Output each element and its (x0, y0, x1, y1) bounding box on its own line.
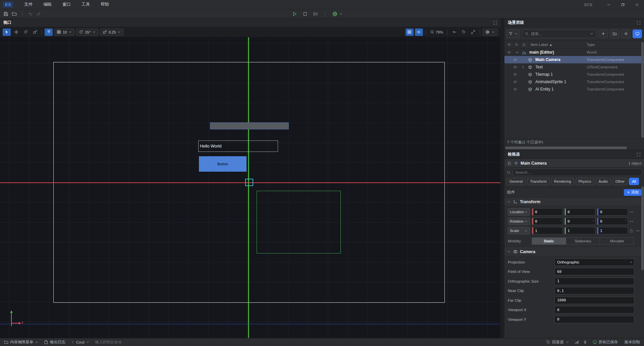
close-button[interactable] (630, 0, 644, 9)
chevron-right-icon[interactable] (521, 65, 525, 69)
column-type[interactable]: Type (587, 43, 595, 47)
eye-icon[interactable] (513, 65, 517, 69)
hierarchy-vscrollbar[interactable] (641, 42, 644, 138)
location-z-field[interactable] (597, 208, 628, 216)
inspector-search-input[interactable] (515, 170, 640, 174)
projection-value[interactable] (555, 260, 630, 264)
move-tool-button[interactable] (12, 28, 20, 36)
ortho-size-field[interactable] (554, 278, 634, 285)
menu-window[interactable]: 窗口 (58, 0, 75, 9)
scale-y-input[interactable] (566, 229, 595, 233)
stats-button[interactable] (450, 28, 458, 36)
rotation-z-field[interactable]: ° (597, 218, 628, 225)
reset-values-icon[interactable] (629, 219, 634, 224)
uniform-scale-lock-icon[interactable] (629, 229, 634, 233)
grid-snap-dropdown[interactable]: 10 (54, 28, 75, 36)
scale-z-input[interactable] (598, 229, 628, 233)
scale-y-field[interactable] (565, 227, 595, 234)
hierarchy-settings-button[interactable] (621, 30, 631, 38)
rollback-dropdown[interactable]: 回退器 (545, 340, 571, 345)
lock-icon[interactable] (507, 161, 512, 165)
hierarchy-search-input[interactable] (531, 32, 588, 36)
open-project-icon[interactable] (12, 11, 17, 16)
scale-z-field[interactable] (597, 227, 628, 234)
tilemap-bounds-rect[interactable] (257, 191, 341, 253)
save-icon[interactable] (3, 11, 8, 16)
menu-edit[interactable]: 编辑 (39, 0, 56, 9)
save-status[interactable]: 所有已保存 (591, 340, 620, 345)
rotation-y-input[interactable] (566, 219, 592, 224)
add-folder-button[interactable] (610, 30, 619, 38)
eye-icon[interactable] (507, 50, 511, 54)
zoom-level-control[interactable]: 79% (429, 28, 444, 36)
eye-icon[interactable] (513, 58, 517, 62)
tab-physics[interactable]: Physics (576, 178, 594, 185)
reset-view-button[interactable] (460, 28, 468, 36)
lock-column-icon[interactable] (522, 43, 526, 47)
location-dropdown[interactable]: Location (508, 208, 530, 216)
app-logo[interactable]: ES (3, 1, 13, 8)
viewport-y-input[interactable] (555, 317, 634, 322)
step-button[interactable] (313, 11, 318, 17)
eye-icon[interactable] (513, 72, 517, 76)
expand-panel-icon[interactable] (637, 21, 641, 25)
select-tool-button[interactable] (3, 28, 11, 36)
snap-toggle-button[interactable] (45, 28, 53, 36)
version-control-button[interactable]: 版本控制 (623, 340, 641, 345)
chevron-down-icon[interactable] (515, 51, 519, 54)
hierarchy-row-animatedsprite[interactable]: AnimatedSprite 1 TransformComponent (504, 78, 644, 85)
world-dropdown[interactable] (483, 28, 498, 36)
fov-input[interactable] (555, 270, 634, 274)
console-input[interactable]: 输入控制台命令 (94, 340, 123, 345)
rotation-dropdown[interactable]: Rotation (508, 218, 530, 225)
tab-transform[interactable]: Transform (527, 178, 550, 185)
eye-icon[interactable] (513, 80, 517, 84)
inspector-search[interactable] (513, 169, 642, 176)
display-mode-button[interactable] (633, 30, 642, 38)
maximize-button[interactable] (616, 0, 630, 9)
launch-target-dropdown[interactable] (332, 11, 343, 17)
hierarchy-row-main[interactable]: main (Editor) World (504, 49, 644, 56)
minimize-button[interactable] (602, 0, 616, 9)
location-z-input[interactable] (598, 210, 628, 214)
selection-handle[interactable] (245, 179, 253, 186)
output-log-button[interactable]: 输出日志 (43, 340, 67, 345)
add-component-button[interactable]: 添加 (624, 189, 641, 196)
hierarchy-search[interactable] (522, 30, 596, 38)
eye-column-icon[interactable] (507, 43, 511, 47)
viewport-y-field[interactable] (554, 316, 634, 323)
undo-icon[interactable] (28, 11, 33, 16)
rotation-x-field[interactable]: ° (532, 218, 563, 225)
hierarchy-row-tilemap[interactable]: Tilemap 1 TransformComponent (504, 71, 644, 78)
projection-select[interactable]: ▾ (554, 258, 634, 266)
rotate-tool-button[interactable] (21, 28, 30, 36)
content-drawer-button[interactable]: 内容侧滑菜单 (3, 340, 40, 345)
tab-general[interactable]: General (506, 178, 526, 185)
network-signal-icon[interactable] (575, 340, 579, 344)
location-y-field[interactable] (565, 208, 595, 216)
redo-icon[interactable] (36, 11, 41, 16)
microphone-icon[interactable] (583, 340, 587, 344)
scale-x-field[interactable] (532, 227, 563, 234)
viewport-x-input[interactable] (555, 308, 634, 312)
transform-section-header[interactable]: Transform (504, 197, 644, 206)
expand-panel-icon[interactable] (493, 21, 497, 25)
rotation-y-field[interactable]: ° (565, 218, 595, 225)
cmd-dropdown[interactable]: Cmd (69, 340, 91, 344)
eye-icon[interactable] (513, 87, 517, 91)
camera-section-header[interactable]: Camera (504, 247, 644, 256)
reset-values-icon[interactable] (629, 210, 634, 214)
scale-tool-button[interactable] (31, 28, 39, 36)
location-x-field[interactable] (532, 208, 563, 216)
play-button[interactable] (292, 11, 298, 17)
near-clip-field[interactable] (554, 287, 634, 294)
tab-other[interactable]: Other (612, 178, 628, 185)
menu-help[interactable]: 帮助 (96, 0, 114, 9)
location-x-input[interactable] (533, 210, 562, 214)
reset-values-icon[interactable] (636, 229, 640, 233)
hierarchy-row-text[interactable]: Text UITextComponent (504, 63, 644, 71)
near-clip-input[interactable] (555, 289, 634, 293)
tab-all[interactable]: All (629, 178, 639, 185)
location-y-input[interactable] (566, 210, 595, 214)
gear-icon[interactable] (514, 161, 518, 165)
